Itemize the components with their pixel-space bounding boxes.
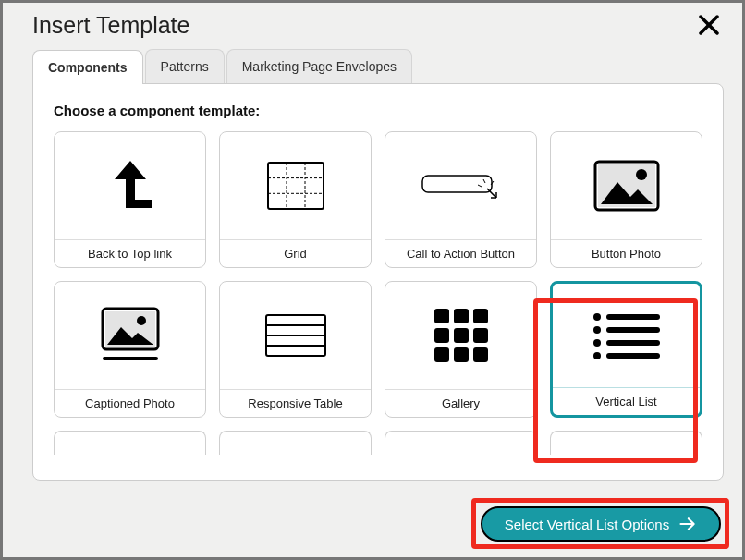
tab-marketing-envelopes[interactable]: Marketing Page Envelopes	[226, 49, 412, 83]
component-label: Back to Top link	[55, 239, 205, 267]
component-more-3[interactable]	[385, 431, 537, 455]
close-button[interactable]	[694, 10, 724, 40]
svg-rect-4	[268, 163, 324, 209]
svg-rect-9	[422, 176, 492, 192]
component-label: Grid	[220, 239, 371, 267]
component-label: Responsive Table	[220, 389, 371, 417]
cta-button-icon	[415, 163, 507, 209]
component-responsive-table[interactable]: Responsive Table	[219, 281, 372, 418]
gallery-icon	[429, 303, 494, 368]
svg-rect-33	[454, 347, 469, 362]
svg-point-41	[593, 352, 601, 359]
arrow-right-icon	[678, 515, 697, 533]
component-grid-template[interactable]: Grid	[219, 131, 372, 268]
component-label: Captioned Photo	[55, 389, 205, 417]
component-back-to-top-link[interactable]: Back to Top link	[54, 131, 206, 268]
svg-rect-40	[606, 340, 660, 346]
tab-patterns[interactable]: Patterns	[145, 49, 225, 83]
svg-line-10	[483, 179, 485, 183]
svg-point-15	[636, 169, 647, 180]
arrow-up-icon	[98, 153, 163, 218]
table-icon	[259, 308, 333, 363]
svg-rect-32	[434, 347, 449, 362]
component-vertical-list[interactable]: Vertical List	[550, 281, 702, 418]
svg-line-11	[478, 185, 482, 187]
component-label: Gallery	[385, 389, 536, 417]
component-label: Button Photo	[551, 239, 702, 267]
select-options-label: Select Vertical List Options	[505, 517, 669, 532]
component-cta-button[interactable]: Call to Action Button	[385, 131, 537, 268]
component-label: Vertical List	[553, 387, 700, 415]
tab-components[interactable]: Components	[32, 50, 143, 84]
component-gallery[interactable]: Gallery	[385, 281, 537, 418]
svg-rect-28	[473, 309, 488, 323]
svg-rect-26	[434, 309, 449, 323]
captioned-photo-icon	[93, 303, 167, 368]
dialog-window: Insert Template Components Patterns Mark…	[0, 0, 745, 560]
component-button-photo[interactable]: Button Photo	[550, 131, 702, 268]
tab-bar: Components Patterns Marketing Page Envel…	[32, 49, 742, 83]
component-more-1[interactable]	[54, 431, 206, 455]
svg-rect-34	[473, 347, 488, 362]
component-captioned-photo[interactable]: Captioned Photo	[54, 281, 206, 418]
component-more-4[interactable]	[550, 431, 702, 455]
dialog-title: Insert Template	[32, 12, 189, 39]
component-more-2[interactable]	[219, 431, 372, 455]
close-icon	[698, 14, 720, 36]
photo-icon	[590, 156, 664, 215]
svg-point-39	[593, 339, 601, 347]
svg-point-19	[137, 316, 146, 325]
vertical-list-icon	[588, 306, 666, 365]
svg-rect-21	[103, 357, 158, 360]
select-options-button[interactable]: Select Vertical List Options	[481, 506, 721, 542]
svg-rect-36	[606, 314, 660, 320]
component-label: Call to Action Button	[385, 239, 536, 267]
svg-marker-2	[115, 161, 146, 201]
grid-icon	[263, 158, 328, 213]
svg-rect-3	[126, 200, 152, 208]
svg-rect-38	[606, 327, 660, 333]
panel-heading: Choose a component template:	[54, 103, 702, 118]
svg-point-37	[593, 326, 601, 334]
panel-components: Choose a component template: Back to Top…	[32, 83, 724, 481]
dialog-header: Insert Template	[3, 3, 742, 40]
component-grid: Back to Top link Grid	[54, 131, 702, 455]
svg-rect-27	[454, 309, 469, 323]
svg-rect-29	[434, 328, 449, 343]
svg-rect-31	[473, 328, 488, 343]
svg-rect-30	[454, 328, 469, 343]
svg-point-35	[593, 313, 601, 321]
svg-rect-42	[606, 353, 660, 359]
